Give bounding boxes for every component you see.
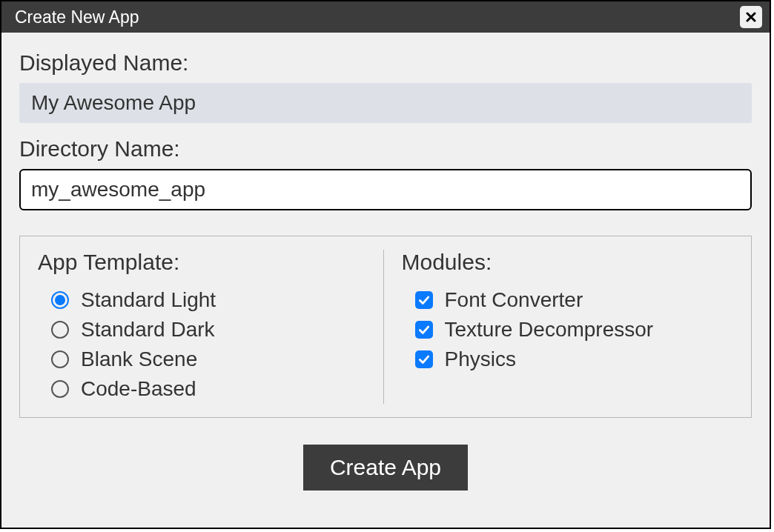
- template-group-label: App Template:: [38, 250, 370, 275]
- template-option-blank-scene[interactable]: Blank Scene: [38, 345, 370, 374]
- directory-name-input[interactable]: [19, 169, 752, 210]
- displayed-name-label: Displayed Name:: [19, 50, 752, 76]
- radio-icon: [51, 380, 69, 398]
- modules-group-label: Modules:: [402, 250, 734, 275]
- titlebar: Create New App: [1, 1, 770, 33]
- checkbox-icon: [415, 291, 433, 309]
- displayed-name-value: My Awesome App: [19, 83, 752, 123]
- module-option-physics[interactable]: Physics: [402, 345, 734, 374]
- close-button[interactable]: [740, 6, 762, 28]
- radio-icon: [51, 291, 69, 309]
- checkbox-icon: [415, 321, 433, 339]
- window-title: Create New App: [15, 7, 139, 27]
- radio-icon: [51, 321, 69, 339]
- module-option-texture-decompressor[interactable]: Texture Decompressor: [402, 315, 734, 345]
- template-option-label: Code-Based: [81, 377, 196, 401]
- template-option-label: Standard Dark: [81, 318, 215, 342]
- template-column: App Template: Standard Light Standard Da…: [33, 250, 384, 404]
- create-app-button[interactable]: Create App: [303, 445, 468, 491]
- module-option-label: Texture Decompressor: [445, 318, 654, 342]
- close-icon: [745, 7, 757, 27]
- module-option-label: Font Converter: [445, 288, 583, 312]
- radio-icon: [51, 350, 69, 368]
- directory-name-label: Directory Name:: [19, 136, 752, 162]
- template-option-standard-light[interactable]: Standard Light: [38, 285, 370, 315]
- dialog-footer: Create App: [19, 445, 752, 491]
- options-panel: App Template: Standard Light Standard Da…: [19, 236, 752, 418]
- dialog-content: Displayed Name: My Awesome App Directory…: [1, 33, 770, 528]
- modules-column: Modules: Font Converter Texture Decompre…: [384, 250, 738, 404]
- module-option-font-converter[interactable]: Font Converter: [402, 285, 734, 315]
- dialog-window: Create New App Displayed Name: My Awesom…: [0, 0, 771, 529]
- template-option-label: Standard Light: [81, 288, 216, 312]
- template-option-label: Blank Scene: [81, 348, 197, 371]
- template-option-code-based[interactable]: Code-Based: [38, 374, 370, 404]
- module-option-label: Physics: [445, 348, 516, 371]
- checkbox-icon: [415, 350, 433, 368]
- template-option-standard-dark[interactable]: Standard Dark: [38, 315, 370, 345]
